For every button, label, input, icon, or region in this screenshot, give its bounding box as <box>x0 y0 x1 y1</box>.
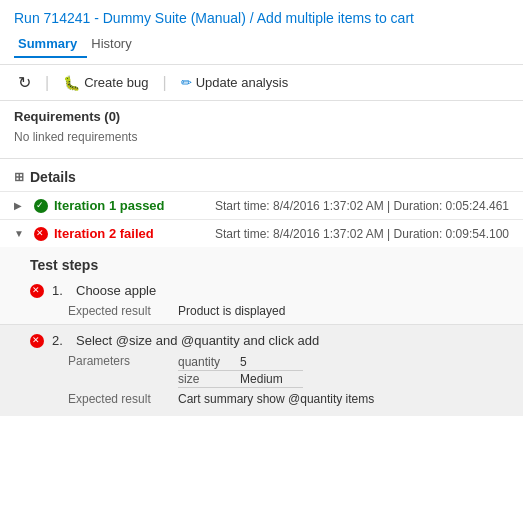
iteration-2-info: Iteration 2 failed <box>34 226 207 241</box>
params-table: quantity 5 size Medium <box>178 354 303 388</box>
test-steps-title: Test steps <box>30 253 509 279</box>
details-title: Details <box>30 169 76 185</box>
iteration-2-chevron[interactable]: ▼ <box>14 228 26 239</box>
tab-history[interactable]: History <box>87 32 141 58</box>
step-1-expected-value: Product is displayed <box>178 304 285 318</box>
param-quantity-value: 5 <box>240 354 303 371</box>
iteration-2-fail-icon <box>34 227 48 241</box>
step-2-row: 2. Select @size and @quantity and click … <box>30 329 509 352</box>
step-2-section: 2. Select @size and @quantity and click … <box>0 324 523 416</box>
create-bug-label: Create bug <box>84 75 148 90</box>
step-1-number: 1. <box>52 283 68 298</box>
iteration-2-time: Start time: 8/4/2016 1:37:02 AM | Durati… <box>215 227 509 241</box>
page-title: Run 714241 - Dummy Suite (Manual) / Add … <box>14 10 509 26</box>
requirements-title: Requirements (0) <box>14 109 509 124</box>
iteration-1-row[interactable]: ▶ Iteration 1 passed Start time: 8/4/201… <box>0 191 523 219</box>
step-2-expected-value: Cart summary show @quantity items <box>178 392 374 406</box>
iteration-1-time: Start time: 8/4/2016 1:37:02 AM | Durati… <box>215 199 509 213</box>
iteration-1-pass-icon <box>34 199 48 213</box>
separator2: | <box>162 74 166 92</box>
tab-summary[interactable]: Summary <box>14 32 87 58</box>
details-expand-icon[interactable]: ⊞ <box>14 170 24 184</box>
step-2-params-label: Parameters <box>68 354 178 368</box>
tab-bar: Summary History <box>14 32 509 58</box>
bug-icon: 🐛 <box>63 75 80 91</box>
step-2-params-row: Parameters quantity 5 size Medium <box>30 352 509 390</box>
step-2-action: Select @size and @quantity and click add <box>76 333 319 348</box>
update-analysis-label: Update analysis <box>196 75 289 90</box>
step-2-fail-icon <box>30 334 44 348</box>
refresh-icon: ↻ <box>18 73 31 92</box>
pencil-icon: ✏ <box>181 75 192 90</box>
param-size-value: Medium <box>240 371 303 388</box>
toolbar: ↻ | 🐛 Create bug | ✏ Update analysis <box>0 65 523 101</box>
param-row-quantity: quantity 5 <box>178 354 303 371</box>
test-steps-section: Test steps 1. Choose apple Expected resu… <box>0 247 523 324</box>
iteration-1-chevron[interactable]: ▶ <box>14 200 26 211</box>
no-linked-text: No linked requirements <box>14 128 509 150</box>
iteration-2-label: Iteration 2 failed <box>54 226 154 241</box>
param-row-size: size Medium <box>178 371 303 388</box>
details-header: ⊞ Details <box>0 163 523 191</box>
step-2-expected-label: Expected result <box>68 392 178 406</box>
step-2-number: 2. <box>52 333 68 348</box>
page-header: Run 714241 - Dummy Suite (Manual) / Add … <box>0 0 523 65</box>
iteration-1-label: Iteration 1 passed <box>54 198 165 213</box>
step-1-row: 1. Choose apple <box>30 279 509 302</box>
requirements-section: Requirements (0) No linked requirements <box>0 101 523 154</box>
step-2-expected-row: Expected result Cart summary show @quant… <box>30 390 509 408</box>
param-quantity-name: quantity <box>178 354 240 371</box>
step-2-params-table-container: quantity 5 size Medium <box>178 354 303 388</box>
divider1 <box>0 158 523 159</box>
iteration-2-row[interactable]: ▼ Iteration 2 failed Start time: 8/4/201… <box>0 219 523 247</box>
step-1-expected-label: Expected result <box>68 304 178 318</box>
step-1-expected-row: Expected result Product is displayed <box>30 302 509 320</box>
update-analysis-button[interactable]: ✏ Update analysis <box>177 73 293 92</box>
param-size-name: size <box>178 371 240 388</box>
step-1-action: Choose apple <box>76 283 156 298</box>
step-1-fail-icon <box>30 284 44 298</box>
refresh-button[interactable]: ↻ <box>14 71 35 94</box>
iteration-1-info: Iteration 1 passed <box>34 198 207 213</box>
separator: | <box>45 74 49 92</box>
create-bug-button[interactable]: 🐛 Create bug <box>59 73 152 93</box>
